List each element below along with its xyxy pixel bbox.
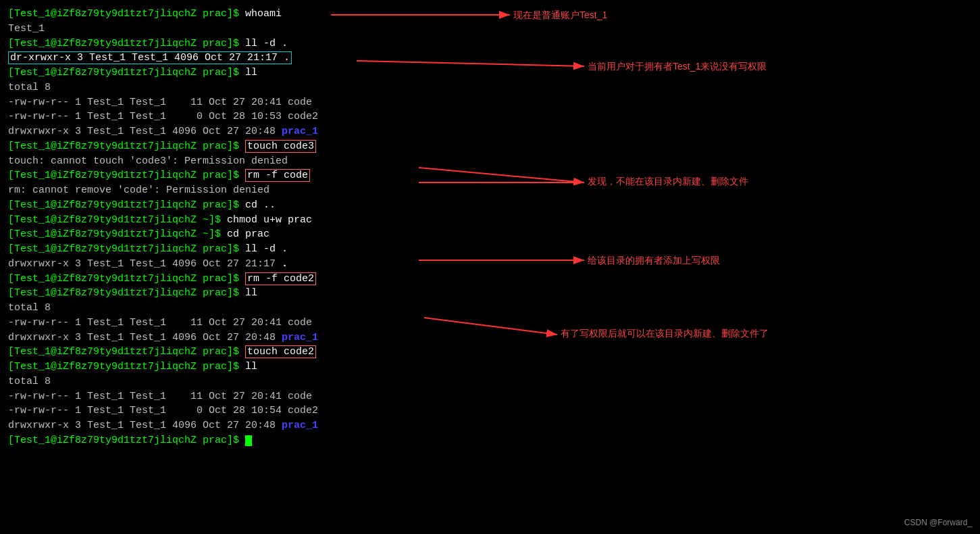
cmd-17: ll -d . bbox=[245, 243, 288, 255]
cmd-1: whoami bbox=[245, 8, 282, 20]
prompt-14: [Test_1@iZf8z79ty9d1tzt7jliqchZ prac]$ bbox=[8, 199, 245, 211]
terminal-line-19: [Test_1@iZf8z79ty9d1tzt7jliqchZ prac]$ r… bbox=[8, 272, 972, 287]
prompt-12: [Test_1@iZf8z79ty9d1tzt7jliqchZ prac]$ bbox=[8, 170, 245, 181]
prompt-24: [Test_1@iZf8z79ty9d1tzt7jliqchZ prac]$ bbox=[8, 346, 245, 358]
terminal: [Test_1@iZf8z79ty9d1tzt7jliqchZ prac]$ w… bbox=[0, 0, 980, 534]
annotation-2: 当前用户对于拥有者Test_1来说没有写权限 bbox=[588, 59, 767, 73]
cmd-3: ll -d . bbox=[245, 38, 288, 49]
terminal-line-14: [Test_1@iZf8z79ty9d1tzt7jliqchZ prac]$ c… bbox=[8, 198, 972, 213]
annotation-4: 给该目录的拥有者添加上写权限 bbox=[588, 253, 720, 267]
cmd-20: ll bbox=[245, 287, 257, 299]
terminal-line-26: total 8 bbox=[8, 374, 972, 389]
terminal-line-24: [Test_1@iZf8z79ty9d1tzt7jliqchZ prac]$ t… bbox=[8, 345, 972, 360]
terminal-line-18: drwxrwxr-x 3 Test_1 Test_1 4096 Oct 27 2… bbox=[8, 257, 972, 272]
prompt-1: [Test_1@iZf8z79ty9d1tzt7jliqchZ prac]$ bbox=[8, 8, 245, 20]
cmd-box-24: touch code2 bbox=[245, 345, 316, 358]
prompt-5: [Test_1@iZf8z79ty9d1tzt7jliqchZ prac]$ bbox=[8, 67, 245, 78]
terminal-line-23: drwxrwxr-x 3 Test_1 Test_1 4096 Oct 27 2… bbox=[8, 331, 972, 345]
prompt-17: [Test_1@iZf8z79ty9d1tzt7jliqchZ prac]$ bbox=[8, 243, 245, 255]
terminal-line-27: -rw-rw-r-- 1 Test_1 Test_1 11 Oct 27 20:… bbox=[8, 389, 972, 404]
terminal-line-28: -rw-rw-r-- 1 Test_1 Test_1 0 Oct 28 10:5… bbox=[8, 404, 972, 418]
terminal-line-5: [Test_1@iZf8z79ty9d1tzt7jliqchZ prac]$ l… bbox=[8, 66, 972, 80]
terminal-line-30: [Test_1@iZf8z79ty9d1tzt7jliqchZ prac]$ bbox=[8, 433, 972, 448]
terminal-line-15: [Test_1@iZf8z79ty9d1tzt7jliqchZ ~]$ chmo… bbox=[8, 213, 972, 228]
terminal-line-21: total 8 bbox=[8, 301, 972, 316]
annotation-3: 发现，不能在该目录内新建、删除文件 bbox=[588, 174, 748, 188]
cmd-16: cd prac bbox=[227, 228, 269, 240]
terminal-line-17: [Test_1@iZf8z79ty9d1tzt7jliqchZ prac]$ l… bbox=[8, 242, 972, 257]
dot-18: . bbox=[282, 258, 288, 270]
cmd-box-19: rm -f code2 bbox=[245, 272, 316, 285]
terminal-line-4: dr-xrwxr-x 3 Test_1 Test_1 4096 Oct 27 2… bbox=[8, 51, 972, 66]
watermark: CSDN @Forward_ bbox=[904, 517, 972, 529]
terminal-line-12: [Test_1@iZf8z79ty9d1tzt7jliqchZ prac]$ r… bbox=[8, 168, 972, 183]
prompt-15: [Test_1@iZf8z79ty9d1tzt7jliqchZ ~]$ bbox=[8, 214, 227, 226]
cmd-5: ll bbox=[245, 67, 257, 78]
terminal-line-3: [Test_1@iZf8z79ty9d1tzt7jliqchZ prac]$ l… bbox=[8, 37, 972, 51]
terminal-line-7: -rw-rw-r-- 1 Test_1 Test_1 11 Oct 27 20:… bbox=[8, 95, 972, 110]
prompt-25: [Test_1@iZf8z79ty9d1tzt7jliqchZ prac]$ bbox=[8, 361, 245, 372]
prompt-10: [Test_1@iZf8z79ty9d1tzt7jliqchZ prac]$ bbox=[8, 141, 245, 152]
annotation-1: 现在是普通账户Test_1 bbox=[513, 8, 607, 22]
prac1-link-23: prac_1 bbox=[282, 332, 318, 343]
cmd-15: chmod u+w prac bbox=[227, 214, 312, 226]
cursor bbox=[245, 435, 252, 446]
prompt-19: [Test_1@iZf8z79ty9d1tzt7jliqchZ prac]$ bbox=[8, 273, 245, 285]
prompt-16: [Test_1@iZf8z79ty9d1tzt7jliqchZ ~]$ bbox=[8, 228, 227, 240]
terminal-line-9: drwxrwxr-x 3 Test_1 Test_1 4096 Oct 27 2… bbox=[8, 124, 972, 139]
terminal-line-6: total 8 bbox=[8, 80, 972, 95]
terminal-line-10: [Test_1@iZf8z79ty9d1tzt7jliqchZ prac]$ t… bbox=[8, 139, 972, 154]
prompt-3: [Test_1@iZf8z79ty9d1tzt7jliqchZ prac]$ bbox=[8, 38, 245, 49]
prac1-link-29: prac_1 bbox=[282, 420, 318, 431]
terminal-line-2: Test_1 bbox=[8, 22, 972, 37]
terminal-line-11: touch: cannot touch 'code3': Permission … bbox=[8, 154, 972, 169]
terminal-line-25: [Test_1@iZf8z79ty9d1tzt7jliqchZ prac]$ l… bbox=[8, 360, 972, 374]
terminal-line-13: rm: cannot remove 'code': Permission den… bbox=[8, 183, 972, 198]
prompt-30: [Test_1@iZf8z79ty9d1tzt7jliqchZ prac]$ bbox=[8, 435, 245, 446]
terminal-line-20: [Test_1@iZf8z79ty9d1tzt7jliqchZ prac]$ l… bbox=[8, 286, 972, 301]
terminal-line-1: [Test_1@iZf8z79ty9d1tzt7jliqchZ prac]$ w… bbox=[8, 7, 972, 22]
terminal-line-22: -rw-rw-r-- 1 Test_1 Test_1 11 Oct 27 20:… bbox=[8, 316, 972, 331]
terminal-line-16: [Test_1@iZf8z79ty9d1tzt7jliqchZ ~]$ cd p… bbox=[8, 227, 972, 242]
prompt-20: [Test_1@iZf8z79ty9d1tzt7jliqchZ prac]$ bbox=[8, 287, 245, 299]
cmd-box-12: rm -f code bbox=[245, 169, 310, 182]
cmd-14: cd .. bbox=[245, 199, 276, 211]
output-highlight-4: dr-xrwxr-x 3 Test_1 Test_1 4096 Oct 27 2… bbox=[8, 51, 292, 64]
cmd-box-10: touch code3 bbox=[245, 140, 316, 153]
annotation-5: 有了写权限后就可以在该目录内新建、删除文件了 bbox=[561, 326, 769, 340]
terminal-line-29: drwxrwxr-x 3 Test_1 Test_1 4096 Oct 27 2… bbox=[8, 418, 972, 433]
cmd-25: ll bbox=[245, 361, 257, 372]
prac1-link-9: prac_1 bbox=[282, 126, 318, 137]
terminal-line-8: -rw-rw-r-- 1 Test_1 Test_1 0 Oct 28 10:5… bbox=[8, 110, 972, 124]
